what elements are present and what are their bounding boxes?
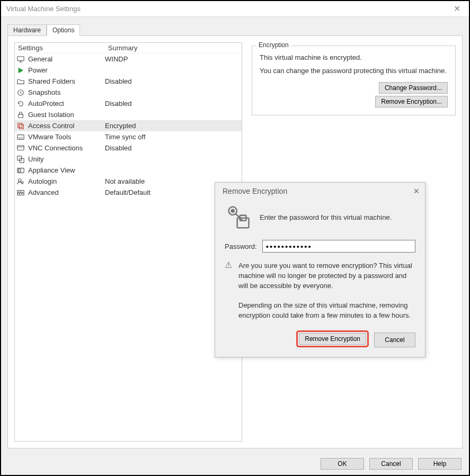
list-item-summary: Disabled [105, 77, 132, 85]
dialog-titlebar: Remove Encryption ✕ [215, 183, 425, 200]
list-item-label: AutoProtect [28, 100, 105, 107]
refresh-icon [16, 100, 25, 108]
dialog-close-icon[interactable]: ✕ [413, 187, 420, 195]
warning-icon: ⚠ [225, 261, 233, 321]
list-item-label: Autologin [28, 177, 105, 185]
user-icon [16, 177, 25, 186]
encryption-status-text: This virtual machine is encrypted. [260, 53, 448, 61]
svg-rect-2 [19, 114, 23, 118]
list-item-vmware-tools[interactable]: vm VMware Tools Time sync off [15, 131, 242, 142]
tab-strip: Hardware Options [7, 24, 469, 35]
list-item-summary: Not available [105, 177, 145, 185]
close-icon[interactable]: ✕ [450, 4, 464, 14]
col-summary: Summary [108, 44, 138, 52]
clock-icon [16, 88, 25, 97]
list-item-summary: Disabled [105, 100, 132, 107]
warning-text-2: Depending on the size of this virtual ma… [238, 301, 415, 321]
list-item-shared-folders[interactable]: Shared Folders Disabled [15, 76, 242, 87]
window-frame: Virtual Machine Settings ✕ Hardware Opti… [0, 0, 470, 476]
list-item-label: Advanced [28, 188, 105, 196]
remove-encryption-confirm-button[interactable]: Remove Encryption [299, 333, 366, 345]
play-icon [16, 66, 25, 75]
svg-rect-3 [18, 123, 22, 127]
list-header: Settings Summary [15, 43, 242, 53]
dialog-title: Remove Encryption [223, 187, 287, 195]
svg-rect-11 [19, 169, 21, 172]
svg-rect-7 [17, 145, 24, 150]
wave-icon [16, 188, 25, 197]
list-item-access-control[interactable]: Access Control Encrypted [15, 120, 242, 131]
list-item-guest-isolation[interactable]: Guest Isolation [15, 109, 242, 120]
svg-point-16 [232, 210, 234, 212]
remove-encryption-dialog: Remove Encryption ✕ Enter the password f… [215, 182, 425, 357]
ok-button[interactable]: OK [321, 458, 364, 470]
settings-list[interactable]: Settings Summary General WINDP Power [14, 42, 242, 442]
monitor-icon [16, 55, 25, 64]
shield-icon [16, 122, 25, 130]
list-item-vnc-connections[interactable]: VNC Connections Disabled [15, 142, 242, 154]
list-item-label: Power [28, 66, 105, 74]
list-item-label: Snapshots [28, 88, 105, 96]
screen-icon [16, 144, 25, 152]
list-item-appliance-view[interactable]: Appliance View [15, 165, 242, 176]
svg-rect-0 [17, 56, 24, 60]
col-settings: Settings [18, 44, 108, 52]
appliance-icon [16, 166, 25, 175]
dialog-cancel-button[interactable]: Cancel [374, 333, 415, 347]
vm-icon: vm [16, 133, 25, 141]
list-item-summary: WINDP [105, 55, 128, 63]
cancel-button[interactable]: Cancel [369, 458, 413, 470]
encryption-help-text: You can change the password protecting t… [260, 67, 448, 75]
list-item-advanced[interactable]: Advanced Default/Default [15, 187, 242, 198]
list-item-label: Unity [28, 155, 105, 163]
svg-rect-4 [19, 124, 23, 129]
svg-point-12 [19, 178, 21, 181]
list-item-unity[interactable]: Unity [15, 154, 242, 165]
password-label: Password: [225, 243, 257, 250]
list-item-label: Guest Isolation [28, 111, 105, 119]
lock-icon [16, 111, 25, 119]
svg-point-13 [22, 182, 24, 184]
list-item-autoprotect[interactable]: AutoProtect Disabled [15, 98, 242, 109]
svg-rect-17 [237, 218, 249, 228]
encryption-group: Encryption This virtual machine is encry… [252, 46, 456, 115]
windows-icon [16, 155, 25, 164]
list-item-label: VNC Connections [28, 144, 105, 152]
highlight-box: Remove Encryption [296, 330, 369, 347]
group-legend: Encryption [256, 41, 291, 49]
svg-text:vm: vm [19, 135, 23, 139]
tab-options[interactable]: Options [47, 24, 80, 36]
folder-icon [16, 77, 25, 86]
dialog-buttons: OK Cancel Help [321, 456, 462, 470]
dialog-prompt: Enter the password for this virtual mach… [260, 213, 392, 221]
list-item-power[interactable]: Power [15, 65, 242, 76]
help-button[interactable]: Help [418, 458, 462, 470]
password-input[interactable] [262, 240, 415, 253]
list-item-summary: Default/Default [105, 188, 150, 196]
list-item-label: Shared Folders [28, 77, 105, 85]
list-item-label: Appliance View [28, 166, 105, 174]
change-password-button[interactable]: Change Password... [379, 82, 448, 94]
remove-encryption-button[interactable]: Remove Encryption... [375, 96, 448, 107]
list-item-autologin[interactable]: Autologin Not available [15, 176, 242, 187]
warning-text-1: Are you sure you want to remove encrypti… [238, 261, 415, 291]
list-item-general[interactable]: General WINDP [15, 53, 242, 65]
list-item-summary: Encrypted [105, 122, 136, 130]
key-icon [225, 203, 253, 231]
list-item-label: Access Control [28, 122, 105, 130]
list-item-snapshots[interactable]: Snapshots [15, 87, 242, 98]
list-item-summary: Disabled [105, 144, 132, 152]
window-title: Virtual Machine Settings [6, 5, 81, 13]
list-item-label: VMware Tools [28, 133, 105, 141]
tab-hardware[interactable]: Hardware [7, 24, 47, 36]
list-item-label: General [28, 55, 105, 63]
list-item-summary: Time sync off [105, 133, 146, 141]
titlebar: Virtual Machine Settings ✕ [1, 1, 469, 17]
